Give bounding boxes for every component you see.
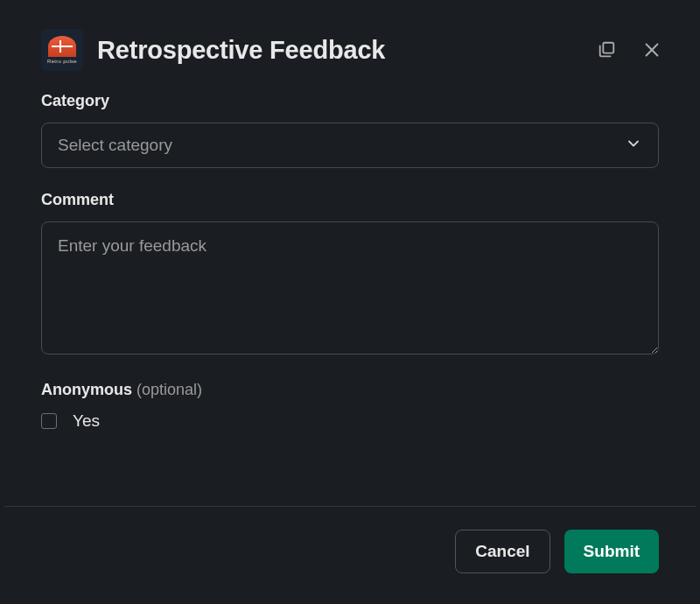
header-actions — [594, 38, 664, 62]
modal-header: Retro pulse Retrospective Feedback — [4, 4, 696, 92]
submit-button[interactable]: Submit — [564, 530, 659, 573]
category-placeholder: Select category — [58, 136, 172, 155]
comment-textarea[interactable] — [41, 221, 659, 355]
comment-label: Comment — [41, 191, 659, 209]
chevron-down-icon — [625, 135, 642, 157]
category-group: Category Select category — [41, 92, 659, 168]
anonymous-group: Anonymous (optional) Yes — [41, 381, 659, 431]
close-icon[interactable] — [640, 38, 664, 62]
anonymous-checkbox[interactable] — [41, 413, 57, 429]
category-select[interactable]: Select category — [41, 123, 659, 168]
app-icon-label: Retro pulse — [47, 59, 77, 64]
modal-title: Retrospective Feedback — [97, 36, 580, 65]
feedback-modal: Retro pulse Retrospective Feedback Categ… — [4, 4, 696, 600]
open-new-window-icon[interactable] — [594, 38, 619, 62]
anonymous-checkbox-wrapper[interactable]: Yes — [41, 411, 659, 431]
anonymous-label: Anonymous (optional) — [41, 381, 659, 399]
modal-footer: Cancel Submit — [4, 506, 696, 600]
cancel-button[interactable]: Cancel — [455, 530, 550, 573]
category-label: Category — [41, 92, 659, 110]
app-icon: Retro pulse — [41, 29, 83, 71]
svg-rect-0 — [603, 43, 613, 53]
comment-group: Comment — [41, 191, 659, 358]
modal-body: Category Select category Comment Anonymo… — [4, 92, 696, 506]
anonymous-option-label: Yes — [73, 411, 100, 431]
